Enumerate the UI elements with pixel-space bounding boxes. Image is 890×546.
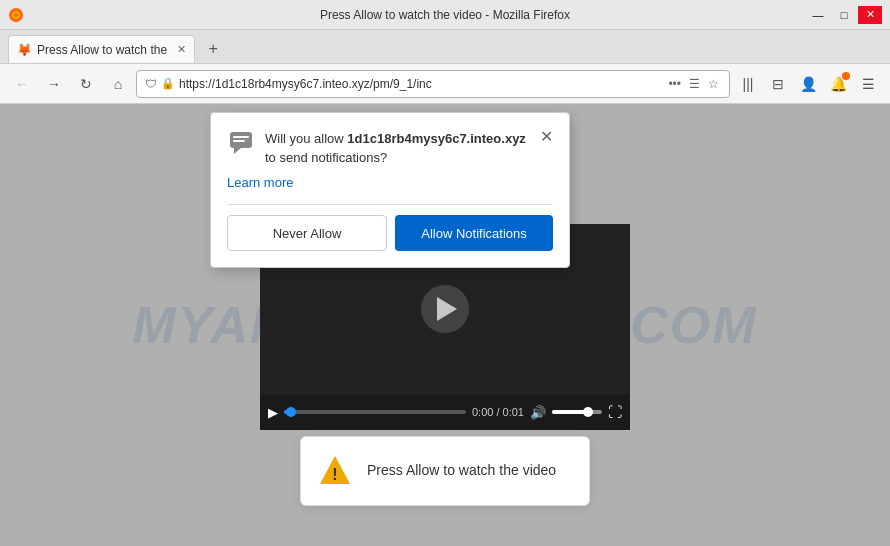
library-button[interactable]: ||| — [734, 70, 762, 98]
tab-favicon: 🦊 — [17, 43, 31, 57]
notification-bell[interactable]: 🔔 — [824, 70, 852, 98]
minimize-button[interactable]: — — [806, 6, 830, 24]
notification-popup: Will you allow 1d1c18rb4mysy6c7.inteo.xy… — [210, 112, 570, 268]
url-domain: https://1d1c18rb4mysy6c7.inteo.xyz/pm/9_… — [179, 77, 432, 91]
fullscreen-button[interactable]: ⛶ — [608, 404, 622, 420]
firefox-logo — [8, 7, 24, 23]
popup-domain: 1d1c18rb4mysy6c7.inteo.xyz — [347, 131, 526, 146]
bell-badge — [842, 72, 850, 80]
never-allow-button[interactable]: Never Allow — [227, 215, 387, 251]
title-bar: Press Allow to watch the video - Mozilla… — [0, 0, 890, 30]
popup-text: Will you allow 1d1c18rb4mysy6c7.inteo.xy… — [265, 129, 530, 167]
url-bar[interactable]: 🛡 🔒 https://1d1c18rb4mysy6c7.inteo.xyz/p… — [136, 70, 730, 98]
progress-bar[interactable] — [284, 410, 466, 414]
svg-marker-4 — [234, 148, 241, 154]
browser-window: Press Allow to watch the video - Mozilla… — [0, 0, 890, 546]
url-text: https://1d1c18rb4mysy6c7.inteo.xyz/pm/9_… — [179, 77, 662, 91]
tab-bar: 🦊 Press Allow to watch the ✕ + — [0, 30, 890, 64]
allow-notifications-button[interactable]: Allow Notifications — [395, 215, 553, 251]
popup-question: Will you allow 1d1c18rb4mysy6c7.inteo.xy… — [265, 131, 526, 165]
url-actions: ••• ☰ ☆ — [666, 77, 721, 91]
nav-right-buttons: ||| ⊟ 👤 🔔 ☰ — [734, 70, 882, 98]
svg-point-2 — [14, 13, 18, 17]
volume-slider[interactable] — [552, 410, 602, 414]
chat-icon — [227, 129, 255, 157]
tab-title: Press Allow to watch the — [37, 43, 167, 57]
new-tab-button[interactable]: + — [199, 35, 227, 63]
pocket-button[interactable]: ☰ — [687, 77, 702, 91]
close-button[interactable]: ✕ — [858, 6, 882, 24]
play-button[interactable] — [421, 285, 469, 333]
svg-rect-6 — [233, 140, 245, 142]
press-allow-text: Press Allow to watch the video — [367, 461, 556, 481]
video-time: 0:00 / 0:01 — [472, 406, 524, 418]
popup-buttons: Never Allow Allow Notifications — [227, 204, 553, 251]
learn-more-link[interactable]: Learn more — [227, 175, 553, 190]
volume-dot — [583, 407, 593, 417]
warning-icon: ! — [317, 453, 353, 489]
synced-tabs-button[interactable]: ⊟ — [764, 70, 792, 98]
back-button[interactable]: ← — [8, 70, 36, 98]
maximize-button[interactable]: □ — [832, 6, 856, 24]
press-allow-box: ! Press Allow to watch the video — [300, 436, 590, 506]
account-button[interactable]: 👤 — [794, 70, 822, 98]
shield-icon: 🛡 — [145, 77, 157, 91]
video-controls: ▶ 0:00 / 0:01 🔊 ⛶ — [260, 394, 630, 430]
nav-bar: ← → ↻ ⌂ 🛡 🔒 https://1d1c18rb4mysy6c7.int… — [0, 64, 890, 104]
volume-icon[interactable]: 🔊 — [530, 405, 546, 420]
svg-rect-5 — [233, 136, 249, 138]
popup-close-button[interactable]: ✕ — [540, 129, 553, 145]
page-content: MYANTISPYWARE.COM Will you allow 1d1c18r… — [0, 104, 890, 546]
tab-close-button[interactable]: ✕ — [177, 43, 186, 56]
menu-button[interactable]: ☰ — [854, 70, 882, 98]
svg-text:!: ! — [332, 466, 337, 483]
popup-header: Will you allow 1d1c18rb4mysy6c7.inteo.xy… — [227, 129, 553, 167]
lock-icon: 🔒 — [161, 77, 175, 90]
home-button[interactable]: ⌂ — [104, 70, 132, 98]
window-title: Press Allow to watch the video - Mozilla… — [320, 8, 570, 22]
reload-button[interactable]: ↻ — [72, 70, 100, 98]
volume-fill — [552, 410, 587, 414]
bookmark-button[interactable]: ☆ — [706, 77, 721, 91]
more-url-button[interactable]: ••• — [666, 77, 683, 91]
forward-button[interactable]: → — [40, 70, 68, 98]
video-play-button[interactable]: ▶ — [268, 405, 278, 420]
active-tab[interactable]: 🦊 Press Allow to watch the ✕ — [8, 35, 195, 63]
window-controls: — □ ✕ — [806, 6, 882, 24]
progress-dot — [286, 407, 296, 417]
play-triangle-icon — [437, 297, 457, 321]
